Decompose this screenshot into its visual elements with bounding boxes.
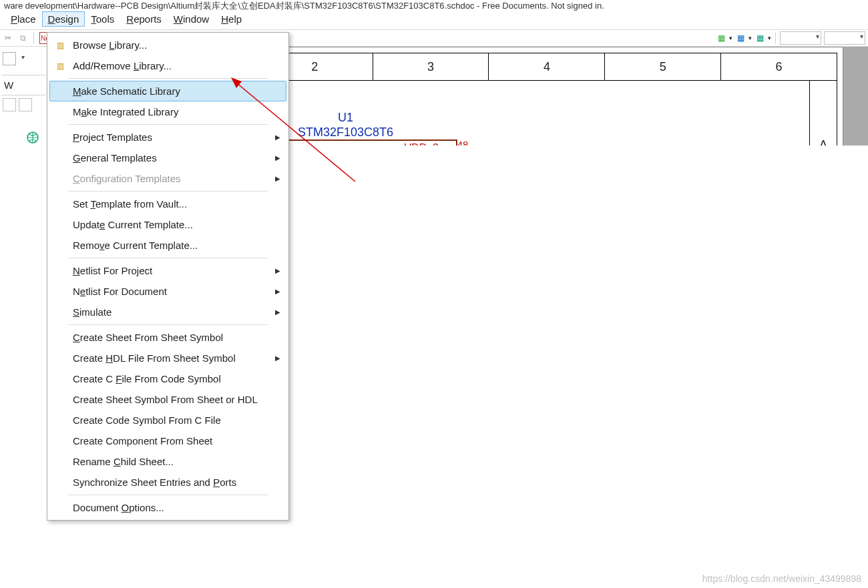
menu-item[interactable]: Make Integrated Library (49, 101, 286, 122)
left-chip-1[interactable] (3, 98, 16, 111)
menu-place[interactable]: Place (5, 12, 41, 26)
menu-reports[interactable]: Reports (121, 12, 167, 26)
menu-item[interactable]: Project Templates▶ (49, 127, 286, 145)
pin-number: 48 (456, 139, 469, 146)
pin[interactable]: 48VDD_3 (400, 141, 471, 145)
cut-icon[interactable]: ✂ (3, 33, 13, 43)
menu-bar: PlaceDesignToolsReportsWindowHelp (0, 11, 868, 29)
grid-teal-icon[interactable]: ▦ (754, 33, 765, 43)
menu-item[interactable]: Make Schematic Library (49, 81, 286, 101)
title-bar: ware development\Hardware--PCB Design\Al… (0, 0, 868, 11)
pin-label: VDD_3 (400, 142, 443, 145)
col-header: 6 (721, 53, 837, 80)
left-dropdown-1[interactable] (3, 52, 16, 65)
grid-green-icon[interactable]: ▦ (716, 33, 726, 43)
col-header: 4 (489, 53, 605, 80)
copy-icon[interactable]: ⧉ (17, 33, 28, 43)
menu-help[interactable]: Help (216, 12, 247, 26)
left-panel: W (0, 47, 47, 145)
design-menu: ▥Browse Library...▥Add/Remove Library...… (47, 32, 289, 145)
combo-1[interactable] (780, 31, 821, 45)
col-header: 5 (605, 53, 721, 80)
menu-item[interactable]: ▥Add/Remove Library... (49, 55, 286, 76)
library-add-icon: ▥ (53, 60, 67, 72)
menu-design[interactable]: Design (42, 11, 85, 27)
menu-tools[interactable]: Tools (85, 12, 120, 26)
combo-2[interactable] (824, 31, 865, 45)
menu-item[interactable]: ▥Browse Library... (49, 35, 286, 55)
library-icon: ▥ (53, 39, 67, 51)
left-tab-label[interactable]: W (0, 75, 47, 95)
col-header: 3 (373, 53, 489, 80)
row-header: A (810, 80, 837, 145)
grid-blue-icon[interactable]: ▦ (735, 33, 746, 43)
globe-icon[interactable] (27, 131, 39, 143)
left-chip-2[interactable] (19, 98, 32, 111)
menu-window[interactable]: Window (168, 12, 214, 26)
